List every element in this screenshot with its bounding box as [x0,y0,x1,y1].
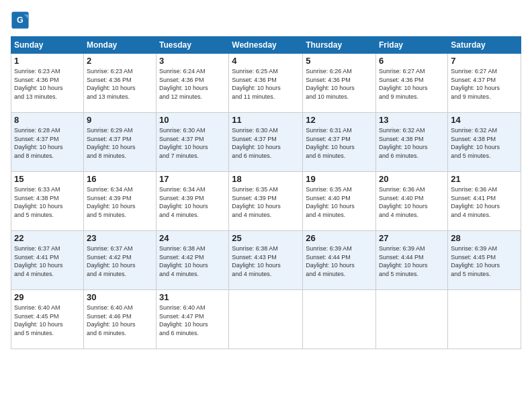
calendar-week-4: 22Sunrise: 6:37 AM Sunset: 4:41 PM Dayli… [11,231,521,290]
day-header-thursday: Thursday [303,37,376,54]
calendar-cell: 12Sunrise: 6:31 AM Sunset: 4:37 PM Dayli… [303,113,376,172]
calendar-week-3: 15Sunrise: 6:33 AM Sunset: 4:38 PM Dayli… [11,172,521,231]
day-number: 20 [379,174,445,184]
calendar-cell: 13Sunrise: 6:32 AM Sunset: 4:38 PM Dayli… [376,113,448,172]
day-info: Sunrise: 6:30 AM Sunset: 4:37 PM Dayligh… [232,126,300,160]
day-header-tuesday: Tuesday [157,37,229,54]
calendar-cell: 3Sunrise: 6:24 AM Sunset: 4:36 PM Daylig… [157,54,229,113]
day-info: Sunrise: 6:27 AM Sunset: 4:37 PM Dayligh… [451,67,518,101]
calendar-cell: 1Sunrise: 6:23 AM Sunset: 4:36 PM Daylig… [11,54,84,113]
day-info: Sunrise: 6:30 AM Sunset: 4:37 PM Dayligh… [159,126,226,160]
day-number: 4 [232,56,300,66]
day-info: Sunrise: 6:27 AM Sunset: 4:36 PM Dayligh… [379,67,445,101]
calendar-cell: 8Sunrise: 6:28 AM Sunset: 4:37 PM Daylig… [11,113,84,172]
day-number: 27 [379,233,445,243]
day-number: 18 [232,174,300,184]
calendar-week-5: 29Sunrise: 6:40 AM Sunset: 4:45 PM Dayli… [11,290,521,349]
day-header-friday: Friday [376,37,448,54]
calendar-table: SundayMondayTuesdayWednesdayThursdayFrid… [11,36,521,349]
day-number: 5 [306,56,373,66]
day-info: Sunrise: 6:29 AM Sunset: 4:37 PM Dayligh… [87,126,153,160]
day-number: 3 [159,56,226,66]
day-number: 14 [451,115,518,125]
calendar-cell: 19Sunrise: 6:35 AM Sunset: 4:40 PM Dayli… [303,172,376,231]
day-header-sunday: Sunday [11,37,84,54]
calendar-cell: 18Sunrise: 6:35 AM Sunset: 4:39 PM Dayli… [229,172,303,231]
calendar-cell: 7Sunrise: 6:27 AM Sunset: 4:37 PM Daylig… [448,54,521,113]
day-number: 12 [306,115,373,125]
day-info: Sunrise: 6:39 AM Sunset: 4:44 PM Dayligh… [306,244,373,278]
day-number: 6 [379,56,445,66]
calendar-cell: 6Sunrise: 6:27 AM Sunset: 4:36 PM Daylig… [376,54,448,113]
calendar-cell: 14Sunrise: 6:32 AM Sunset: 4:38 PM Dayli… [448,113,521,172]
day-info: Sunrise: 6:31 AM Sunset: 4:37 PM Dayligh… [306,126,373,160]
day-number: 22 [14,233,81,243]
calendar-cell: 31Sunrise: 6:40 AM Sunset: 4:47 PM Dayli… [157,290,229,349]
calendar-cell: 17Sunrise: 6:34 AM Sunset: 4:39 PM Dayli… [157,172,229,231]
calendar-cell: 26Sunrise: 6:39 AM Sunset: 4:44 PM Dayli… [303,231,376,290]
day-header-monday: Monday [83,37,156,54]
calendar-cell: 30Sunrise: 6:40 AM Sunset: 4:46 PM Dayli… [83,290,156,349]
day-number: 24 [159,233,226,243]
day-header-wednesday: Wednesday [229,37,303,54]
day-number: 9 [87,115,153,125]
calendar-cell: 9Sunrise: 6:29 AM Sunset: 4:37 PM Daylig… [83,113,156,172]
day-header-saturday: Saturday [448,37,521,54]
calendar-cell: 28Sunrise: 6:39 AM Sunset: 4:45 PM Dayli… [448,231,521,290]
day-number: 17 [159,174,226,184]
day-number: 29 [14,292,81,302]
day-number: 10 [159,115,226,125]
calendar-cell: 2Sunrise: 6:23 AM Sunset: 4:36 PM Daylig… [83,54,156,113]
day-info: Sunrise: 6:25 AM Sunset: 4:36 PM Dayligh… [232,67,300,101]
calendar-cell: 21Sunrise: 6:36 AM Sunset: 4:41 PM Dayli… [448,172,521,231]
day-info: Sunrise: 6:37 AM Sunset: 4:41 PM Dayligh… [14,244,81,278]
day-number: 31 [159,292,226,302]
day-number: 30 [87,292,153,302]
day-number: 8 [14,115,81,125]
logo: G [11,11,32,30]
calendar-week-2: 8Sunrise: 6:28 AM Sunset: 4:37 PM Daylig… [11,113,521,172]
calendar-header-row: SundayMondayTuesdayWednesdayThursdayFrid… [11,37,521,54]
day-info: Sunrise: 6:32 AM Sunset: 4:38 PM Dayligh… [379,126,445,160]
calendar-cell: 22Sunrise: 6:37 AM Sunset: 4:41 PM Dayli… [11,231,84,290]
day-info: Sunrise: 6:32 AM Sunset: 4:38 PM Dayligh… [451,126,518,160]
day-number: 23 [87,233,153,243]
day-number: 28 [451,233,518,243]
day-info: Sunrise: 6:34 AM Sunset: 4:39 PM Dayligh… [87,185,153,219]
calendar-cell [376,290,448,349]
day-info: Sunrise: 6:40 AM Sunset: 4:47 PM Dayligh… [159,304,226,337]
day-info: Sunrise: 6:39 AM Sunset: 4:45 PM Dayligh… [451,244,518,278]
day-number: 2 [87,56,153,66]
logo-icon: G [11,11,30,30]
day-number: 15 [14,174,81,184]
calendar-cell [448,290,521,349]
day-info: Sunrise: 6:39 AM Sunset: 4:44 PM Dayligh… [379,244,445,278]
day-info: Sunrise: 6:35 AM Sunset: 4:39 PM Dayligh… [232,185,300,219]
calendar-cell: 5Sunrise: 6:26 AM Sunset: 4:36 PM Daylig… [303,54,376,113]
day-number: 1 [14,56,81,66]
day-number: 21 [451,174,518,184]
calendar-cell [303,290,376,349]
calendar-cell: 10Sunrise: 6:30 AM Sunset: 4:37 PM Dayli… [157,113,229,172]
day-info: Sunrise: 6:34 AM Sunset: 4:39 PM Dayligh… [159,185,226,219]
day-info: Sunrise: 6:38 AM Sunset: 4:43 PM Dayligh… [232,244,300,278]
day-info: Sunrise: 6:37 AM Sunset: 4:42 PM Dayligh… [87,244,153,278]
day-info: Sunrise: 6:26 AM Sunset: 4:36 PM Dayligh… [306,67,373,101]
calendar-cell: 27Sunrise: 6:39 AM Sunset: 4:44 PM Dayli… [376,231,448,290]
day-number: 26 [306,233,373,243]
day-info: Sunrise: 6:23 AM Sunset: 4:36 PM Dayligh… [14,67,81,101]
calendar-cell [229,290,303,349]
day-number: 13 [379,115,445,125]
day-number: 16 [87,174,153,184]
calendar-cell: 25Sunrise: 6:38 AM Sunset: 4:43 PM Dayli… [229,231,303,290]
day-info: Sunrise: 6:28 AM Sunset: 4:37 PM Dayligh… [14,126,81,160]
header: G [11,11,521,30]
day-info: Sunrise: 6:40 AM Sunset: 4:46 PM Dayligh… [87,304,153,337]
day-number: 11 [232,115,300,125]
day-number: 19 [306,174,373,184]
day-info: Sunrise: 6:38 AM Sunset: 4:42 PM Dayligh… [159,244,226,278]
day-info: Sunrise: 6:40 AM Sunset: 4:45 PM Dayligh… [14,304,81,337]
svg-text:G: G [17,15,24,25]
day-info: Sunrise: 6:35 AM Sunset: 4:40 PM Dayligh… [306,185,373,219]
day-info: Sunrise: 6:24 AM Sunset: 4:36 PM Dayligh… [159,67,226,101]
